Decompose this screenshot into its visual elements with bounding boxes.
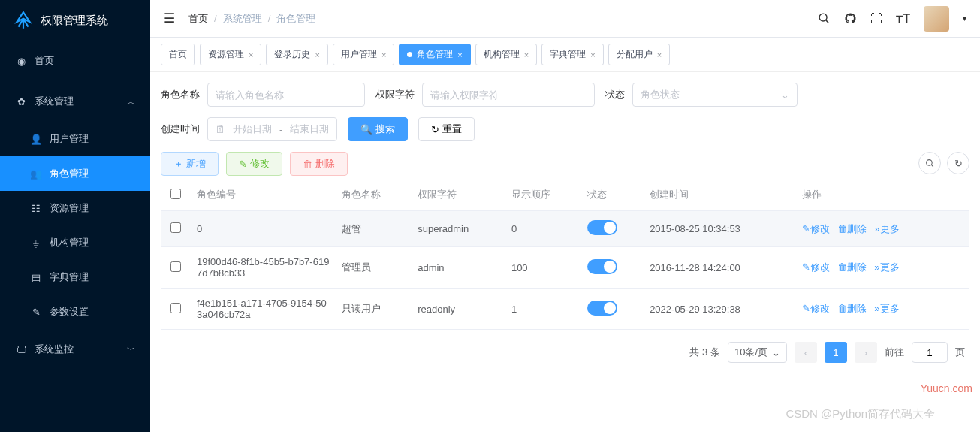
page-size-select[interactable]: 10条/页⌄ (728, 342, 787, 363)
role-name-input[interactable] (207, 83, 365, 107)
row-checkbox[interactable] (170, 222, 181, 233)
sidebar-item-resources[interactable]: ☷资源管理 (0, 191, 150, 225)
logo-icon (14, 11, 33, 30)
status-switch[interactable] (587, 259, 617, 274)
breadcrumb-home[interactable]: 首页 (188, 13, 208, 24)
cell-name: 超管 (336, 211, 412, 247)
row-delete-link[interactable]: 🗑删除 (837, 261, 867, 273)
close-icon[interactable]: × (524, 50, 529, 59)
refresh-icon: ↻ (431, 124, 439, 135)
status-switch[interactable] (587, 220, 617, 235)
toggle-search-button[interactable] (918, 152, 941, 174)
select-all-checkbox[interactable] (170, 189, 181, 199)
github-icon[interactable] (844, 12, 857, 25)
role-name-label: 角色名称 (161, 88, 200, 101)
reset-button[interactable]: ↻重置 (418, 117, 475, 141)
row-edit-link[interactable]: ✎修改 (802, 261, 830, 273)
delete-button[interactable]: 🗑删除 (290, 152, 348, 176)
page-1-button[interactable]: 1 (825, 342, 847, 363)
row-checkbox[interactable] (170, 261, 181, 272)
cell-ops: ✎修改🗑删除»更多 (796, 289, 969, 330)
search-icon: 🔍 (360, 124, 372, 135)
perm-label: 权限字符 (375, 88, 415, 101)
trash-icon: 🗑 (303, 159, 312, 170)
cell-name: 管理员 (336, 247, 412, 289)
row-edit-link[interactable]: ✎修改 (802, 303, 830, 314)
add-button[interactable]: ＋新增 (161, 152, 219, 176)
status-select[interactable]: 角色状态⌄ (632, 83, 798, 107)
row-delete-link[interactable]: 🗑删除 (837, 223, 867, 234)
fullscreen-icon[interactable]: ⛶ (870, 12, 882, 26)
font-size-icon[interactable]: ᴛT (896, 11, 910, 26)
close-icon[interactable]: × (590, 50, 595, 59)
cell-order: 100 (505, 247, 581, 289)
hamburger-icon[interactable]: ☰ (164, 11, 175, 26)
avatar[interactable] (924, 6, 949, 32)
sidebar: 权限管理系统 ◉首页 ✿系统管理︿ 👤用户管理 👥角色管理 ☷资源管理 ⏚机构管… (0, 0, 150, 432)
dashboard-icon: ◉ (15, 56, 27, 67)
close-icon[interactable]: × (381, 50, 386, 59)
goto-page-input[interactable] (912, 342, 948, 363)
close-icon[interactable]: × (249, 50, 253, 59)
page-suffix: 页 (955, 346, 965, 359)
book-icon: ▤ (30, 272, 42, 283)
row-edit-link[interactable]: ✎修改 (802, 223, 830, 234)
search-icon[interactable] (818, 12, 831, 25)
cell-perm: admin (412, 247, 505, 289)
refresh-button[interactable]: ↻ (947, 152, 969, 174)
search-button[interactable]: 🔍搜索 (348, 117, 408, 141)
col-id: 角色编号 (191, 179, 336, 211)
tab-roles[interactable]: 角色管理× (399, 44, 470, 65)
tab-login-history[interactable]: 登录历史× (266, 44, 327, 65)
tab-org[interactable]: 机构管理× (475, 44, 537, 65)
row-checkbox[interactable] (170, 303, 181, 313)
status-label: 状态 (605, 88, 625, 101)
col-name: 角色名称 (336, 179, 412, 211)
sidebar-item-users[interactable]: 👤用户管理 (0, 122, 150, 156)
next-page-button[interactable]: › (855, 342, 877, 363)
users-icon: 👥 (30, 168, 42, 180)
sitemap-icon: ⏚ (30, 237, 42, 249)
sidebar-item-home[interactable]: ◉首页 (0, 41, 150, 81)
edit-button[interactable]: ✎修改 (226, 152, 282, 176)
app-title: 权限管理系统 (41, 14, 108, 28)
dropdown-icon[interactable]: ▾ (963, 14, 966, 23)
row-more-link[interactable]: »更多 (874, 223, 899, 234)
roles-table: 角色编号 角色名称 权限字符 显示顺序 状态 创建时间 操作 0超管supera… (161, 179, 969, 330)
prev-page-button[interactable]: ‹ (795, 342, 817, 363)
col-status: 状态 (581, 179, 644, 211)
row-more-link[interactable]: »更多 (874, 261, 899, 273)
cell-status (581, 247, 644, 289)
sidebar-item-params[interactable]: ✎参数设置 (0, 295, 150, 329)
monitor-icon: 🖵 (15, 344, 27, 355)
tab-resources[interactable]: 资源管理× (200, 44, 261, 65)
svg-line-1 (826, 20, 829, 23)
cell-id: 0 (191, 211, 336, 247)
sidebar-item-dict[interactable]: ▤字典管理 (0, 260, 150, 295)
date-range-picker[interactable]: 🗓开始日期-结束日期 (207, 117, 337, 141)
close-icon[interactable]: × (315, 50, 319, 59)
status-switch[interactable] (587, 301, 617, 316)
cell-id: f4e1b151-a171-4705-9154-503a046cb72a (191, 289, 336, 330)
tab-assign-user[interactable]: 分配用户× (608, 44, 670, 65)
watermark-bottom: CSDN @Python简存代码大全 (786, 407, 935, 421)
tab-dict[interactable]: 字典管理× (541, 44, 603, 65)
perm-input[interactable] (422, 83, 595, 107)
row-more-link[interactable]: »更多 (874, 303, 899, 314)
tree-icon: ☷ (30, 203, 42, 214)
cell-created: 2015-08-25 10:34:53 (644, 211, 796, 247)
sidebar-item-system[interactable]: ✿系统管理︿ (0, 81, 150, 122)
user-icon: 👤 (30, 134, 42, 145)
cell-ops: ✎修改🗑删除»更多 (796, 211, 969, 247)
sidebar-item-org[interactable]: ⏚机构管理 (0, 225, 150, 260)
tab-users[interactable]: 用户管理× (333, 44, 394, 65)
close-icon[interactable]: × (457, 50, 462, 59)
svg-point-0 (819, 14, 827, 21)
col-ops: 操作 (796, 179, 969, 211)
sidebar-item-roles[interactable]: 👥角色管理 (0, 156, 150, 191)
tab-home[interactable]: 首页 (161, 44, 195, 65)
row-delete-link[interactable]: 🗑删除 (837, 303, 867, 314)
tabs-bar: 首页 资源管理× 登录历史× 用户管理× 角色管理× 机构管理× 字典管理× 分… (150, 38, 980, 72)
close-icon[interactable]: × (657, 50, 662, 59)
sidebar-item-monitor[interactable]: 🖵系统监控﹀ (0, 329, 150, 370)
